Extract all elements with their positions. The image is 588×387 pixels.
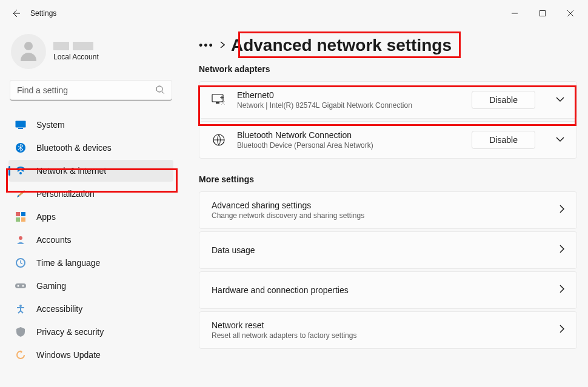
more-title: Data usage: [212, 245, 560, 255]
sidebar-item-apps[interactable]: Apps: [8, 206, 173, 228]
accessibility-icon: [15, 303, 27, 315]
sidebar-item-label: Apps: [36, 212, 56, 222]
adapter-name: Ethernet0: [237, 90, 461, 100]
sidebar-item-label: Personalization: [36, 189, 95, 199]
more-settings-heading: More settings: [199, 174, 577, 184]
globe-icon: [212, 133, 226, 147]
wifi-icon: [15, 165, 27, 177]
avatar: [11, 34, 46, 69]
svg-point-5: [19, 172, 22, 174]
sidebar-item-accessibility[interactable]: Accessibility: [8, 298, 173, 320]
sidebar-item-label: Network & internet: [36, 166, 106, 176]
clock-icon: [15, 257, 27, 269]
window-controls: [501, 4, 584, 22]
sidebar-item-personalization[interactable]: Personalization: [8, 183, 173, 205]
sidebar-item-gaming[interactable]: Gaming: [8, 275, 173, 297]
svg-rect-0: [540, 11, 546, 16]
sidebar-item-label: Accounts: [36, 235, 72, 245]
svg-point-1: [156, 86, 162, 92]
apps-icon: [15, 211, 27, 223]
chevron-right-icon: [220, 40, 225, 51]
svg-rect-6: [16, 212, 20, 216]
chevron-down-icon: [556, 137, 564, 143]
titlebar: Settings: [0, 0, 588, 27]
chevron-right-icon: [560, 205, 564, 216]
more-card-data-usage[interactable]: Data usage: [199, 231, 577, 269]
chevron-right-icon: [560, 245, 564, 256]
avatar-icon: [18, 41, 39, 62]
sidebar-item-label: Privacy & security: [36, 327, 104, 337]
adapter-description: Bluetooth Device (Personal Area Network): [237, 141, 461, 150]
svg-point-14: [22, 285, 24, 287]
svg-point-10: [19, 236, 22, 240]
sidebar-item-privacy[interactable]: Privacy & security: [8, 321, 173, 343]
paintbrush-icon: [15, 188, 27, 200]
sidebar-item-accounts[interactable]: Accounts: [8, 229, 173, 251]
close-button[interactable]: [556, 4, 584, 22]
svg-rect-16: [212, 94, 223, 102]
sidebar: Local Account System Bluetooth & devices…: [0, 27, 182, 387]
expand-button[interactable]: [556, 134, 564, 145]
svg-rect-3: [18, 128, 23, 129]
shield-icon: [15, 326, 27, 338]
more-title: Network reset: [212, 320, 560, 330]
arrow-left-icon: [11, 8, 21, 18]
more-card-sharing[interactable]: Advanced sharing settings Change network…: [199, 191, 577, 229]
search-box[interactable]: [10, 80, 172, 101]
window-title: Settings: [30, 9, 56, 18]
breadcrumb: ••• Advanced network settings: [199, 29, 577, 62]
sidebar-item-bluetooth[interactable]: Bluetooth & devices: [8, 137, 173, 159]
profile-name-redacted: [53, 42, 99, 50]
nav-list: System Bluetooth & devices Network & int…: [8, 114, 173, 366]
sidebar-item-label: Bluetooth & devices: [36, 143, 112, 153]
display-icon: [15, 119, 27, 131]
breadcrumb-overflow-button[interactable]: •••: [199, 39, 214, 52]
minimize-icon: [512, 10, 518, 16]
sidebar-item-update[interactable]: Windows Update: [8, 344, 173, 366]
disable-button[interactable]: Disable: [472, 131, 535, 149]
more-title: Hardware and connection properties: [212, 285, 560, 295]
adapter-card-bluetooth[interactable]: Bluetooth Network Connection Bluetooth D…: [199, 121, 577, 159]
sidebar-item-system[interactable]: System: [8, 114, 173, 136]
svg-point-15: [19, 305, 22, 307]
more-subtitle: Change network discovery and sharing set…: [212, 211, 560, 220]
adapter-description: Network | Intel(R) 82574L Gigabit Networ…: [237, 101, 461, 110]
sidebar-item-label: Windows Update: [36, 350, 101, 360]
more-card-hardware[interactable]: Hardware and connection properties: [199, 271, 577, 309]
svg-rect-17: [216, 102, 219, 104]
more-card-reset[interactable]: Network reset Reset all network adapters…: [199, 311, 577, 349]
svg-rect-9: [21, 217, 25, 222]
adapters-heading: Network adapters: [199, 64, 577, 74]
chevron-down-icon: [556, 97, 564, 103]
svg-rect-8: [16, 217, 20, 222]
maximize-button[interactable]: [529, 4, 556, 22]
search-input[interactable]: [10, 80, 172, 101]
bluetooth-icon: [15, 142, 27, 154]
maximize-icon: [540, 10, 546, 16]
update-icon: [15, 349, 27, 361]
search-icon: [155, 85, 165, 97]
back-button[interactable]: [4, 1, 28, 25]
svg-rect-7: [21, 212, 25, 216]
disable-button[interactable]: Disable: [472, 91, 535, 109]
adapter-name: Bluetooth Network Connection: [237, 130, 461, 140]
svg-point-13: [18, 285, 19, 287]
monitor-icon: [212, 94, 226, 106]
svg-rect-12: [15, 283, 26, 288]
sidebar-item-label: Accessibility: [36, 304, 82, 314]
sidebar-item-time[interactable]: Time & language: [8, 252, 173, 274]
sidebar-item-label: Gaming: [36, 281, 66, 291]
sidebar-item-label: Time & language: [36, 258, 100, 268]
expand-button[interactable]: [556, 94, 564, 105]
person-icon: [15, 234, 27, 246]
chevron-right-icon: [560, 325, 564, 336]
close-icon: [567, 10, 573, 16]
minimize-button[interactable]: [501, 4, 529, 22]
page-title: Advanced network settings: [231, 36, 452, 55]
main-content: ••• Advanced network settings Network ad…: [182, 27, 588, 387]
chevron-right-icon: [560, 285, 564, 296]
sidebar-item-network[interactable]: Network & internet: [8, 160, 173, 182]
adapter-card-ethernet[interactable]: Ethernet0 Network | Intel(R) 82574L Giga…: [199, 81, 577, 119]
profile-block[interactable]: Local Account: [8, 31, 173, 80]
svg-rect-2: [16, 121, 26, 128]
